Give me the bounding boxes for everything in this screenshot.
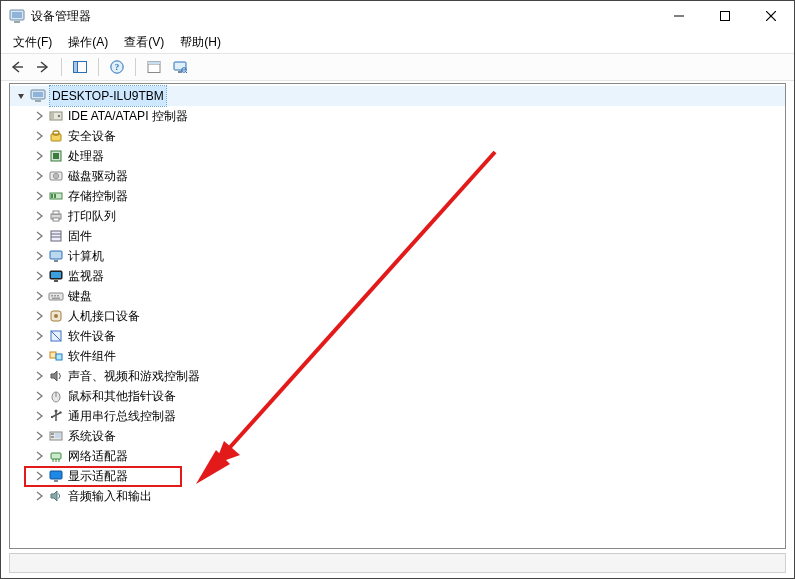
tree-item-label: 键盘 bbox=[68, 286, 92, 306]
tree-item[interactable]: 打印队列 bbox=[10, 206, 785, 226]
tree-item[interactable]: 软件组件 bbox=[10, 346, 785, 366]
tree-item-label: 人机接口设备 bbox=[68, 306, 140, 326]
expander-icon[interactable] bbox=[32, 329, 46, 343]
titlebar: 设备管理器 bbox=[1, 1, 794, 31]
hid-icon bbox=[48, 308, 64, 324]
tree-item[interactable]: 鼠标和其他指针设备 bbox=[10, 386, 785, 406]
expander-icon[interactable] bbox=[32, 249, 46, 263]
disk-icon bbox=[48, 168, 64, 184]
svg-rect-4 bbox=[721, 12, 730, 21]
tree-item-label: 存储控制器 bbox=[68, 186, 128, 206]
svg-rect-1 bbox=[12, 12, 22, 18]
tree-item[interactable]: 计算机 bbox=[10, 246, 785, 266]
expander-icon[interactable] bbox=[14, 89, 28, 103]
tree-item-label: 软件设备 bbox=[68, 326, 116, 346]
sound-icon bbox=[48, 368, 64, 384]
tree-item[interactable]: IDE ATA/ATAPI 控制器 bbox=[10, 106, 785, 126]
pc-icon bbox=[30, 88, 46, 104]
expander-icon[interactable] bbox=[32, 169, 46, 183]
tree-item[interactable]: 通用串行总线控制器 bbox=[10, 406, 785, 426]
properties-button[interactable] bbox=[142, 56, 166, 78]
network-icon bbox=[48, 448, 64, 464]
maximize-button[interactable] bbox=[702, 1, 748, 31]
svg-text:?: ? bbox=[115, 62, 120, 72]
expander-icon[interactable] bbox=[32, 349, 46, 363]
tree-item[interactable]: 声音、视频和游戏控制器 bbox=[10, 366, 785, 386]
toolbar-divider bbox=[135, 58, 136, 76]
softdev-icon bbox=[48, 328, 64, 344]
toolbar-divider bbox=[98, 58, 99, 76]
svg-rect-16 bbox=[174, 62, 186, 70]
close-button[interactable] bbox=[748, 1, 794, 31]
menu-view[interactable]: 查看(V) bbox=[116, 32, 172, 53]
tree-item[interactable]: 显示适配器 bbox=[10, 466, 785, 486]
tree-item[interactable]: 磁盘驱动器 bbox=[10, 166, 785, 186]
tree-item-label: 鼠标和其他指针设备 bbox=[68, 386, 176, 406]
display-icon bbox=[48, 468, 64, 484]
window-title: 设备管理器 bbox=[31, 8, 91, 25]
toolbar: ? bbox=[1, 53, 794, 81]
tree-item[interactable]: 固件 bbox=[10, 226, 785, 246]
expander-icon[interactable] bbox=[32, 309, 46, 323]
ide-icon bbox=[48, 108, 64, 124]
tree-item-label: 处理器 bbox=[68, 146, 104, 166]
expander-icon[interactable] bbox=[32, 369, 46, 383]
tree-root[interactable]: DESKTOP-ILU9TBM bbox=[10, 86, 785, 106]
tree-item-label: 安全设备 bbox=[68, 126, 116, 146]
usb-icon bbox=[48, 408, 64, 424]
tree-item[interactable]: 系统设备 bbox=[10, 426, 785, 446]
statusbar bbox=[9, 553, 786, 573]
expander-icon[interactable] bbox=[32, 469, 46, 483]
firmware-icon bbox=[48, 228, 64, 244]
tree-item-label: 音频输入和输出 bbox=[68, 486, 152, 506]
tree-item-label: 通用串行总线控制器 bbox=[68, 406, 176, 426]
audio-icon bbox=[48, 488, 64, 504]
tree-item-label: 显示适配器 bbox=[68, 466, 128, 486]
storage-icon bbox=[48, 188, 64, 204]
back-button[interactable] bbox=[5, 56, 29, 78]
tree-item-label: 声音、视频和游戏控制器 bbox=[68, 366, 200, 386]
svg-rect-10 bbox=[74, 62, 78, 73]
expander-icon[interactable] bbox=[32, 189, 46, 203]
expander-icon[interactable] bbox=[32, 209, 46, 223]
printer-icon bbox=[48, 208, 64, 224]
computer-icon bbox=[48, 248, 64, 264]
tree-panel: DESKTOP-ILU9TBMIDE ATA/ATAPI 控制器安全设备处理器磁… bbox=[9, 83, 786, 549]
expander-icon[interactable] bbox=[32, 449, 46, 463]
cpu-icon bbox=[48, 148, 64, 164]
expander-icon[interactable] bbox=[32, 149, 46, 163]
expander-icon[interactable] bbox=[32, 489, 46, 503]
expander-icon[interactable] bbox=[32, 429, 46, 443]
expander-icon[interactable] bbox=[32, 389, 46, 403]
tree-item-label: 系统设备 bbox=[68, 426, 116, 446]
expander-icon[interactable] bbox=[32, 269, 46, 283]
menu-file[interactable]: 文件(F) bbox=[5, 32, 60, 53]
tree-item-label: 打印队列 bbox=[68, 206, 116, 226]
svg-rect-2 bbox=[14, 21, 20, 23]
forward-button[interactable] bbox=[31, 56, 55, 78]
expander-icon[interactable] bbox=[32, 129, 46, 143]
tree-item[interactable]: 监视器 bbox=[10, 266, 785, 286]
tree-item[interactable]: 软件设备 bbox=[10, 326, 785, 346]
tree-item[interactable]: 键盘 bbox=[10, 286, 785, 306]
menu-action[interactable]: 操作(A) bbox=[60, 32, 116, 53]
menu-help[interactable]: 帮助(H) bbox=[172, 32, 229, 53]
tree-item-label: 网络适配器 bbox=[68, 446, 128, 466]
tree-item[interactable]: 音频输入和输出 bbox=[10, 486, 785, 506]
expander-icon[interactable] bbox=[32, 409, 46, 423]
scan-hardware-button[interactable] bbox=[168, 56, 192, 78]
svg-line-19 bbox=[186, 72, 188, 74]
tree-item[interactable]: 安全设备 bbox=[10, 126, 785, 146]
svg-rect-17 bbox=[178, 71, 182, 73]
tree-item-label: 磁盘驱动器 bbox=[68, 166, 128, 186]
minimize-button[interactable] bbox=[656, 1, 702, 31]
tree-item[interactable]: 人机接口设备 bbox=[10, 306, 785, 326]
expander-icon[interactable] bbox=[32, 109, 46, 123]
help-button[interactable]: ? bbox=[105, 56, 129, 78]
show-hide-console-button[interactable] bbox=[68, 56, 92, 78]
tree-item[interactable]: 处理器 bbox=[10, 146, 785, 166]
tree-item[interactable]: 网络适配器 bbox=[10, 446, 785, 466]
expander-icon[interactable] bbox=[32, 289, 46, 303]
expander-icon[interactable] bbox=[32, 229, 46, 243]
tree-item[interactable]: 存储控制器 bbox=[10, 186, 785, 206]
